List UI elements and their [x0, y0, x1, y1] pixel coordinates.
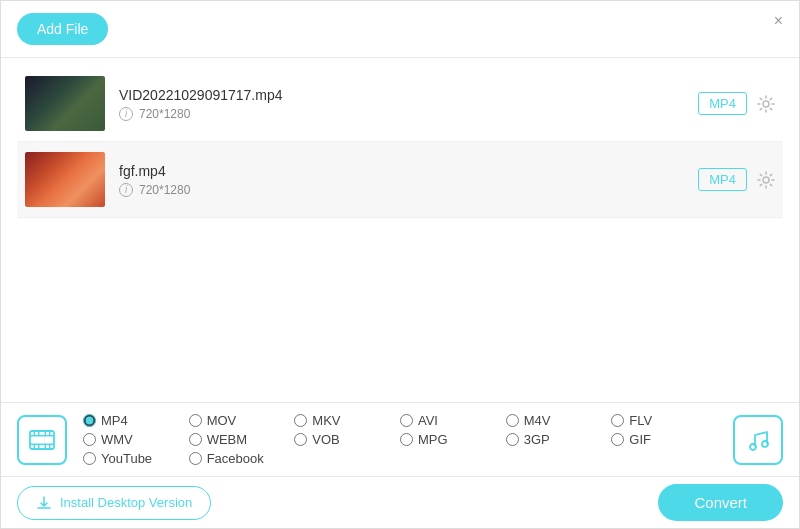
file-actions: MP4 [698, 92, 775, 115]
format-radio-mov[interactable] [189, 414, 202, 427]
format-option-mkv[interactable]: MKV [294, 413, 400, 428]
file-item: fgf.mp4 i 720*1280 MP4 [17, 142, 783, 218]
footer: Install Desktop Version Convert [1, 476, 799, 528]
format-panel: MP4 MOV MKV AVI M4V FLV WMV WEBM [1, 402, 799, 476]
format-label-vob: VOB [312, 432, 339, 447]
convert-button[interactable]: Convert [658, 484, 783, 521]
svg-rect-12 [49, 444, 51, 448]
format-label-mov: MOV [207, 413, 237, 428]
format-option-mpg[interactable]: MPG [400, 432, 506, 447]
format-badge[interactable]: MP4 [698, 92, 747, 115]
svg-rect-10 [38, 444, 40, 448]
format-radio-vob[interactable] [294, 433, 307, 446]
format-option-gif[interactable]: GIF [611, 432, 717, 447]
format-radio-facebook[interactable] [189, 452, 202, 465]
format-option-webm[interactable]: WEBM [189, 432, 295, 447]
film-icon-wrap[interactable] [17, 415, 67, 465]
svg-rect-7 [45, 431, 47, 435]
file-thumbnail [25, 152, 105, 207]
svg-point-1 [763, 177, 769, 183]
format-label-webm: WEBM [207, 432, 247, 447]
format-badge[interactable]: MP4 [698, 168, 747, 191]
format-label-3gp: 3GP [524, 432, 550, 447]
format-option-facebook[interactable]: Facebook [189, 451, 295, 466]
format-radio-3gp[interactable] [506, 433, 519, 446]
install-desktop-button[interactable]: Install Desktop Version [17, 486, 211, 520]
music-icon-wrap[interactable] [733, 415, 783, 465]
close-button[interactable]: × [774, 13, 783, 29]
svg-point-14 [762, 441, 768, 447]
file-resolution: 720*1280 [139, 183, 190, 197]
format-radio-mkv[interactable] [294, 414, 307, 427]
format-option-3gp[interactable]: 3GP [506, 432, 612, 447]
file-info: VID20221029091717.mp4 i 720*1280 [119, 87, 698, 121]
header: Add File × [1, 1, 799, 58]
info-icon: i [119, 183, 133, 197]
format-radio-youtube[interactable] [83, 452, 96, 465]
info-icon: i [119, 107, 133, 121]
file-actions: MP4 [698, 168, 775, 191]
format-option-m4v[interactable]: M4V [506, 413, 612, 428]
file-list: VID20221029091717.mp4 i 720*1280 MP4 fgf… [1, 58, 799, 226]
format-radio-m4v[interactable] [506, 414, 519, 427]
install-label: Install Desktop Version [60, 495, 192, 510]
format-radio-flv[interactable] [611, 414, 624, 427]
settings-button[interactable] [757, 171, 775, 189]
file-meta: i 720*1280 [119, 183, 698, 197]
format-radio-mpg[interactable] [400, 433, 413, 446]
format-option-flv[interactable]: FLV [611, 413, 717, 428]
format-radio-gif[interactable] [611, 433, 624, 446]
format-option-avi[interactable]: AVI [400, 413, 506, 428]
format-label-mpg: MPG [418, 432, 448, 447]
format-radio-webm[interactable] [189, 433, 202, 446]
format-label-facebook: Facebook [207, 451, 264, 466]
format-option-mov[interactable]: MOV [189, 413, 295, 428]
format-options-grid: MP4 MOV MKV AVI M4V FLV WMV WEBM [83, 413, 717, 466]
format-label-gif: GIF [629, 432, 651, 447]
format-option-wmv[interactable]: WMV [83, 432, 189, 447]
format-radio-mp4[interactable] [83, 414, 96, 427]
svg-rect-5 [34, 431, 36, 435]
file-info: fgf.mp4 i 720*1280 [119, 163, 698, 197]
download-icon [36, 495, 52, 511]
format-option-vob[interactable]: VOB [294, 432, 400, 447]
format-radio-avi[interactable] [400, 414, 413, 427]
svg-point-13 [750, 444, 756, 450]
svg-point-0 [763, 101, 769, 107]
format-label-mp4: MP4 [101, 413, 128, 428]
settings-button[interactable] [757, 95, 775, 113]
format-label-avi: AVI [418, 413, 438, 428]
svg-rect-9 [34, 444, 36, 448]
svg-rect-3 [30, 435, 54, 437]
format-label-youtube: YouTube [101, 451, 152, 466]
format-radio-wmv[interactable] [83, 433, 96, 446]
format-label-m4v: M4V [524, 413, 551, 428]
format-label-wmv: WMV [101, 432, 133, 447]
file-resolution: 720*1280 [139, 107, 190, 121]
svg-rect-6 [38, 431, 40, 435]
file-item: VID20221029091717.mp4 i 720*1280 MP4 [17, 66, 783, 142]
format-label-flv: FLV [629, 413, 652, 428]
format-option-youtube[interactable]: YouTube [83, 451, 189, 466]
format-label-mkv: MKV [312, 413, 340, 428]
format-option-mp4[interactable]: MP4 [83, 413, 189, 428]
file-thumbnail [25, 76, 105, 131]
file-name: VID20221029091717.mp4 [119, 87, 698, 103]
file-meta: i 720*1280 [119, 107, 698, 121]
add-file-button[interactable]: Add File [17, 13, 108, 45]
file-name: fgf.mp4 [119, 163, 698, 179]
svg-rect-8 [49, 431, 51, 435]
svg-rect-11 [45, 444, 47, 448]
